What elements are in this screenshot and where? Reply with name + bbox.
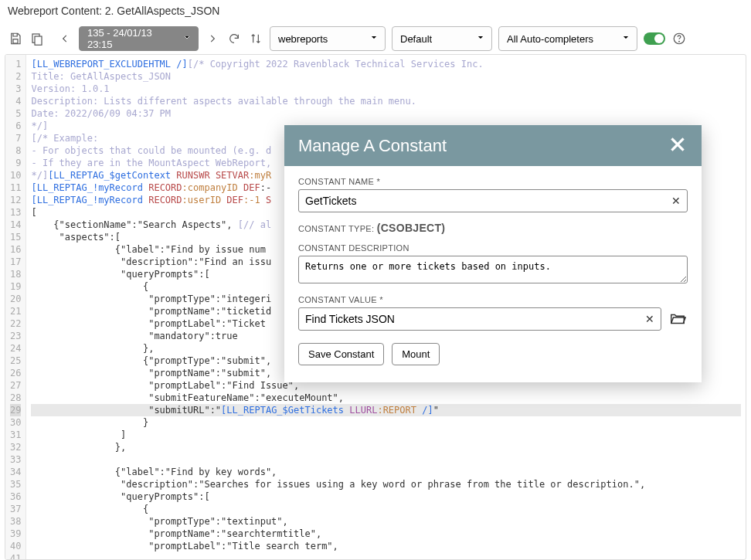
version-select-value: 135 - 24/01/13 23:15 xyxy=(87,27,176,50)
category-select[interactable]: webreports xyxy=(270,26,386,51)
browse-icon[interactable] xyxy=(669,310,686,329)
svg-point-4 xyxy=(679,41,680,42)
chevron-down-icon xyxy=(182,33,192,45)
view-select-value: Default xyxy=(400,33,432,45)
category-select-value: webreports xyxy=(278,33,328,45)
manage-constant-modal: Manage A Constant CONSTANT NAME * GetTic… xyxy=(284,125,702,382)
constant-name-label: CONSTANT NAME * xyxy=(298,177,688,186)
constant-value-input[interactable]: Find Tickets JSON✕ xyxy=(298,307,661,331)
save-icon[interactable] xyxy=(8,31,23,46)
constant-value-label: CONSTANT VALUE * xyxy=(298,295,688,304)
svg-rect-2 xyxy=(35,36,42,45)
constant-type-value: (CSOBJECT) xyxy=(377,222,446,234)
save-constant-button[interactable]: Save Constant xyxy=(298,343,384,365)
modal-body: CONSTANT NAME * GetTickets✕ CONSTANT TYP… xyxy=(284,166,702,382)
constant-name-input[interactable]: GetTickets✕ xyxy=(298,189,688,212)
view-select[interactable]: Default xyxy=(392,26,492,51)
constant-name-value: GetTickets xyxy=(305,195,356,207)
constant-desc-input[interactable] xyxy=(298,256,688,283)
copy-icon[interactable] xyxy=(29,31,45,46)
version-select[interactable]: 135 - 24/01/13 23:15 xyxy=(79,26,199,51)
constant-desc-label: CONSTANT DESCRIPTION xyxy=(298,243,688,253)
toolbar: 135 - 24/01/13 23:15 webreports Default … xyxy=(0,22,751,56)
svg-rect-0 xyxy=(13,39,18,43)
help-icon[interactable] xyxy=(671,31,687,46)
modal-header: Manage A Constant xyxy=(284,125,702,166)
chevron-down-icon xyxy=(476,33,485,45)
clear-icon[interactable]: ✕ xyxy=(671,195,681,207)
constant-type-label: CONSTANT TYPE: (CSOBJECT) xyxy=(298,222,688,234)
autocomplete-select[interactable]: All Auto-completers xyxy=(498,26,637,51)
next-icon[interactable] xyxy=(205,31,220,46)
autocomplete-select-value: All Auto-completers xyxy=(507,33,593,45)
clear-icon[interactable]: ✕ xyxy=(645,313,654,325)
constant-value-value: Find Tickets JSON xyxy=(305,313,395,325)
prev-icon[interactable] xyxy=(57,31,73,46)
window-title: Webreport Content: 2. GetAllAspects_JSON xyxy=(0,0,751,22)
chevron-down-icon xyxy=(621,33,630,45)
mount-button[interactable]: Mount xyxy=(392,343,440,365)
line-numbers: 1234567891011121314151617181920212223242… xyxy=(5,55,26,559)
toggle-switch[interactable] xyxy=(644,32,665,45)
close-icon[interactable] xyxy=(668,134,688,157)
chevron-down-icon xyxy=(369,33,379,45)
refresh-icon[interactable] xyxy=(226,31,242,46)
modal-title: Manage A Constant xyxy=(298,136,447,156)
compare-icon[interactable] xyxy=(248,31,263,46)
